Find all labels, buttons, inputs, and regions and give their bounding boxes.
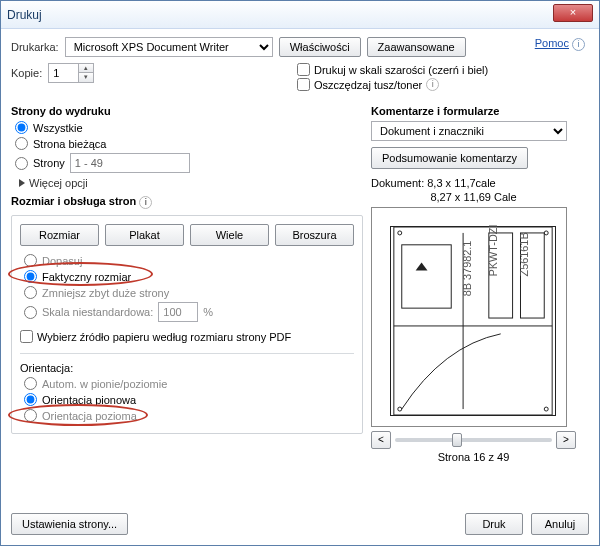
titlebar: Drukuj × <box>1 1 599 29</box>
document-size-label: Dokument: 8,3 x 11,7cale <box>371 177 576 189</box>
page-counter-label: Strona 16 z 49 <box>371 451 576 463</box>
more-options-toggle[interactable]: Więcej opcji <box>19 177 363 189</box>
copies-label: Kopie: <box>11 67 42 79</box>
svg-point-6 <box>398 231 402 235</box>
preview-prev-button[interactable]: < <box>371 431 391 449</box>
svg-point-7 <box>544 231 548 235</box>
comments-select[interactable]: Dokument i znaczniki <box>371 121 567 141</box>
cancel-button[interactable]: Anuluj <box>531 513 589 535</box>
svg-text:8B 37982.1: 8B 37982.1 <box>461 241 473 297</box>
poster-button[interactable]: Plakat <box>105 224 184 246</box>
summarize-comments-button[interactable]: Podsumowanie komentarzy <box>371 147 528 169</box>
pages-title: Strony do wydruku <box>11 105 363 117</box>
pages-current-radio[interactable]: Strona bieżąca <box>15 137 363 150</box>
slider-thumb[interactable] <box>452 433 462 447</box>
multiple-button[interactable]: Wiele <box>190 224 269 246</box>
printer-select[interactable]: Microsoft XPS Document Writer <box>65 37 273 57</box>
svg-rect-1 <box>402 245 451 308</box>
comments-title: Komentarze i formularze <box>371 105 576 117</box>
orientation-title: Orientacja: <box>20 362 354 374</box>
page-setup-button[interactable]: Ustawienia strony... <box>11 513 128 535</box>
orientation-landscape-radio[interactable]: Orientacja pozioma <box>24 409 354 422</box>
printer-label: Drukarka: <box>11 41 59 53</box>
svg-point-9 <box>544 407 548 411</box>
svg-text:Z56161B: Z56161B <box>518 232 530 276</box>
custom-scale-radio[interactable]: Skala niestandardowa: % <box>24 302 354 322</box>
close-button[interactable]: × <box>553 4 593 22</box>
size-handling-title: Rozmiar i obsługa stron <box>11 195 136 207</box>
fit-radio[interactable]: Dopasuj <box>24 254 354 267</box>
pages-range-input[interactable] <box>70 153 190 173</box>
info-icon: i <box>426 78 439 91</box>
advanced-button[interactable]: Zaawansowane <box>367 37 466 57</box>
save-ink-checkbox[interactable]: Oszczędzaj tusz/toner i <box>297 78 488 91</box>
size-button[interactable]: Rozmiar <box>20 224 99 246</box>
orientation-portrait-radio[interactable]: Orientacja pionowa <box>24 393 354 406</box>
booklet-button[interactable]: Broszura <box>275 224 354 246</box>
grayscale-checkbox[interactable]: Drukuj w skali szarości (czerń i biel) <box>297 63 488 76</box>
paper-source-checkbox[interactable]: Wybierz źródło papieru według rozmiaru s… <box>20 330 291 343</box>
help-icon: i <box>572 38 585 51</box>
print-dialog: Drukuj × Pomoci Drukarka: Microsoft XPS … <box>0 0 600 546</box>
custom-scale-input[interactable] <box>158 302 198 322</box>
shrink-radio[interactable]: Zmniejsz zbyt duże strony <box>24 286 354 299</box>
print-preview: PKWT-DZI Z56161B 8B 37982.1 <box>371 207 567 427</box>
triangle-right-icon <box>19 179 25 187</box>
svg-text:PKWT-DZI: PKWT-DZI <box>487 225 499 277</box>
copies-spinner[interactable]: ▴▾ <box>78 63 94 83</box>
svg-point-8 <box>398 407 402 411</box>
pages-range-radio[interactable]: Strony <box>15 153 363 173</box>
help-link[interactable]: Pomoci <box>535 37 585 51</box>
copies-input[interactable] <box>48 63 78 83</box>
preview-next-button[interactable]: > <box>556 431 576 449</box>
actual-size-radio[interactable]: Faktyczny rozmiar <box>24 270 354 283</box>
print-button[interactable]: Druk <box>465 513 523 535</box>
window-title: Drukuj <box>7 8 42 22</box>
preview-slider[interactable] <box>395 438 552 442</box>
page-size-label: 8,27 x 11,69 Cale <box>371 191 576 203</box>
info-icon: i <box>139 196 152 209</box>
pages-all-radio[interactable]: Wszystkie <box>15 121 363 134</box>
orientation-auto-radio[interactable]: Autom. w pionie/poziomie <box>24 377 354 390</box>
properties-button[interactable]: Właściwości <box>279 37 361 57</box>
